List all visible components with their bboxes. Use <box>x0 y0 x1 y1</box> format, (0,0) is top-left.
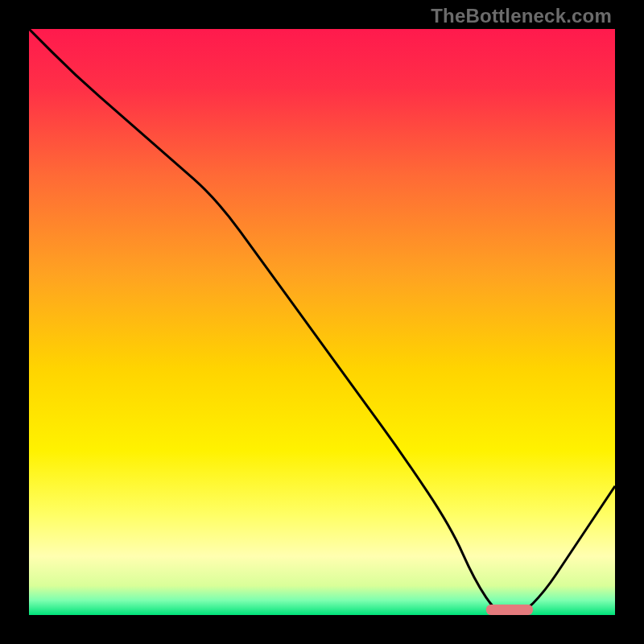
plot-area <box>29 29 615 615</box>
watermark-text: TheBottleneck.com <box>431 5 612 27</box>
bottleneck-curve <box>29 29 615 615</box>
chart-frame: TheBottleneck.com <box>0 0 644 644</box>
optimal-range-marker <box>486 605 533 615</box>
curve-layer <box>29 29 615 615</box>
